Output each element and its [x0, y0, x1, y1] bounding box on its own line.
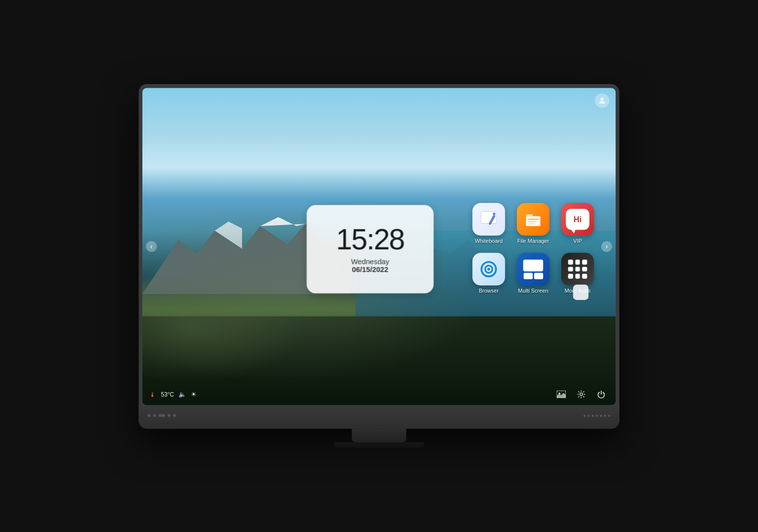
- svg-rect-10: [528, 219, 539, 220]
- svg-point-18: [580, 393, 583, 396]
- brightness-icon[interactable]: ☀: [191, 391, 197, 398]
- app-file-manager[interactable]: File Manager: [513, 199, 553, 244]
- power-button[interactable]: [594, 387, 608, 401]
- speaker-dot-1: [584, 414, 586, 417]
- clock-date: 06/15/2022: [352, 266, 388, 274]
- bezel-rect: [159, 414, 165, 417]
- screen-area: ‹ › 15:28 Wednesday 06/15/2022: [138, 84, 619, 405]
- speaker-dot-6: [604, 414, 606, 417]
- monitor-stand: [352, 429, 406, 442]
- speaker-dot-5: [600, 414, 602, 417]
- browser-label: Browser: [479, 288, 498, 294]
- nav-arrow-left[interactable]: ‹: [146, 241, 157, 252]
- monitor: ‹ › 15:28 Wednesday 06/15/2022: [138, 84, 619, 429]
- left-arrow-icon: ‹: [150, 242, 153, 251]
- speaker-dot-3: [591, 414, 594, 417]
- speaker-dot-7: [608, 414, 611, 417]
- status-left: 🌡 53°C 🔈 ☀: [149, 391, 197, 399]
- sound-icon[interactable]: 🔈: [178, 391, 186, 398]
- monitor-bezel-bottom: [138, 405, 619, 429]
- svg-point-8: [493, 212, 496, 215]
- status-bar: 🌡 53°C 🔈 ☀: [142, 387, 616, 401]
- svg-point-15: [487, 268, 490, 271]
- svg-rect-12: [528, 224, 535, 225]
- app-multi-screen[interactable]: Multi Screen: [513, 249, 553, 294]
- filemanager-label: File Manager: [517, 238, 549, 244]
- avatar[interactable]: [595, 93, 609, 107]
- moreapps-grid: [568, 260, 587, 279]
- vip-bubble: Hi: [566, 209, 589, 230]
- settings-button[interactable]: [574, 387, 588, 401]
- bezel-dot-2: [153, 414, 156, 417]
- vip-icon-img: Hi: [561, 203, 594, 235]
- bezel-dot-1: [148, 414, 151, 417]
- vip-label: VIP: [573, 238, 582, 244]
- nav-arrow-right[interactable]: ›: [601, 241, 612, 252]
- multiscreen-inner: [523, 260, 543, 279]
- browser-icon-img: [473, 253, 505, 285]
- temperature-value: 53°C: [161, 391, 174, 398]
- thermometer-icon: 🌡: [149, 391, 156, 399]
- right-arrow-icon: ›: [605, 242, 608, 251]
- filemanager-icon-img: [517, 203, 550, 235]
- svg-rect-11: [528, 221, 537, 222]
- clock-day: Wednesday: [351, 257, 389, 266]
- multiscreen-label: Multi Screen: [518, 288, 548, 294]
- status-right: [554, 387, 608, 401]
- apps-grid: Whiteboard Fi: [469, 199, 597, 294]
- monitor-base: [334, 442, 424, 448]
- app-vip[interactable]: Hi VIP: [557, 199, 597, 244]
- bezel-dot-3: [168, 414, 171, 417]
- speaker-dot-4: [596, 414, 598, 417]
- moreapps-icon-img: [561, 253, 594, 285]
- wallpaper-button[interactable]: [554, 387, 568, 401]
- multiscreen-icon-img: [517, 253, 550, 285]
- clock-widget: 15:28 Wednesday 06/15/2022: [307, 205, 434, 293]
- floating-button[interactable]: [573, 285, 588, 300]
- svg-point-5: [601, 98, 604, 100]
- clock-time: 15:28: [336, 225, 404, 254]
- bezel-controls: [148, 414, 176, 417]
- whiteboard-label: Whiteboard: [475, 238, 502, 244]
- app-browser[interactable]: Browser: [469, 249, 509, 294]
- speaker-dot-2: [587, 414, 590, 417]
- bezel-dot-4: [173, 414, 176, 417]
- app-whiteboard[interactable]: Whiteboard: [469, 199, 509, 244]
- speaker-dots: [584, 414, 610, 417]
- screen: ‹ › 15:28 Wednesday 06/15/2022: [142, 88, 616, 405]
- whiteboard-icon-img: [473, 203, 505, 235]
